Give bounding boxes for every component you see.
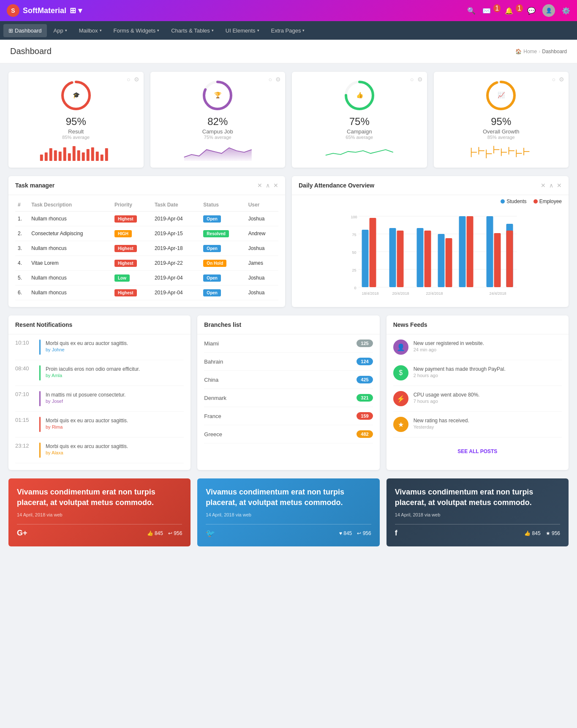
promo-shares: ↩ 956 <box>168 530 182 536</box>
svg-text:22/4/2018: 22/4/2018 <box>426 291 443 296</box>
branches-list: Miami 125 Bahrain 124 China 425 Denmark … <box>197 334 379 450</box>
circle-icon[interactable]: ○ <box>552 76 555 83</box>
notif-bar <box>39 340 41 355</box>
news-item: $ New payment has made through PayPal. 2… <box>393 360 562 386</box>
legend-students: Students <box>501 198 526 204</box>
user-avatar[interactable]: 👤 <box>542 4 555 17</box>
nav-ui[interactable]: UI Elements ▾ <box>220 24 264 37</box>
expand-icon[interactable]: ∧ <box>549 182 553 189</box>
branches-header: Branches list <box>197 315 379 334</box>
news-text: CPU usage went above 80%. <box>414 391 480 399</box>
task-manager-body: # Task Description Priority Task Date St… <box>8 198 285 307</box>
promo-stats: 👍 845 ★ 956 <box>524 530 560 536</box>
close-icon[interactable]: ✕ <box>541 182 546 189</box>
mini-chart <box>157 144 279 161</box>
stat-circle: 📈 <box>441 79 562 112</box>
gear-icon[interactable]: ⚙ <box>275 76 281 83</box>
breadcrumb-home: Home <box>523 49 537 54</box>
minimize-icon[interactable]: ✕ <box>273 182 278 189</box>
branches-card: Branches list Miami 125 Bahrain 124 Chin… <box>197 315 379 470</box>
app-menu-icon[interactable]: ⊞ ▾ <box>70 6 82 15</box>
news-feeds-list: 👤 New user registered in website. 24 min… <box>386 334 569 444</box>
top-nav-icons: 🔍 ✉️1 🔔1 💬 👤 ⚙️ <box>467 4 570 17</box>
svg-text:📈: 📈 <box>498 92 505 99</box>
svg-text:🏆: 🏆 <box>214 92 222 99</box>
nav-forms[interactable]: Forms & Widgets ▾ <box>109 24 165 37</box>
chat-icon[interactable]: 💬 <box>527 7 536 15</box>
col-desc: Task Description <box>29 198 112 212</box>
news-time: 7 hours ago <box>414 399 480 404</box>
row-priority: Low <box>112 271 152 285</box>
page-title: Dashboard <box>10 46 52 56</box>
promo-social-icon[interactable]: f <box>395 529 397 538</box>
promo-stats: ♥ 845 ↩ 956 <box>339 530 371 536</box>
notif-content: In mattis mi ut posuere consectetur. by … <box>46 391 125 404</box>
branch-name: Bahrain <box>204 359 223 365</box>
top-navigation: S SoftMaterial ⊞ ▾ 🔍 ✉️1 🔔1 💬 👤 ⚙️ <box>0 0 577 21</box>
row-desc: Nullam rhoncus <box>29 285 112 300</box>
task-manager-title: Task manager <box>15 182 54 189</box>
menu-navigation: ⊞ Dashboard App ▾ Mailbox ▾ Forms & Widg… <box>0 21 577 40</box>
task-manager-card: Task manager ✕ ∧ ✕ # Task Description Pr… <box>8 176 285 307</box>
chevron-down-icon: ▾ <box>100 28 102 33</box>
close-icon[interactable]: ✕ <box>257 182 262 189</box>
notification-item: 10:10 Morbi quis ex eu arcu auctor sagit… <box>15 334 184 360</box>
circle-icon[interactable]: ○ <box>269 76 272 83</box>
stat-card-campus-job: ○ ⚙ 🏆 82% Campus Job 75% average <box>150 72 286 168</box>
svg-text:75: 75 <box>352 233 357 237</box>
notif-content: Morbi quis ex eu arcu auctor sagittis. b… <box>46 443 128 455</box>
svg-rect-7 <box>59 152 62 161</box>
news-text: New rating has received. <box>414 417 469 424</box>
gear-icon[interactable]: ⚙ <box>559 76 564 83</box>
stat-label: Result <box>15 128 137 135</box>
nav-dashboard[interactable]: ⊞ Dashboard <box>3 24 47 37</box>
minimize-icon[interactable]: ✕ <box>557 182 562 189</box>
branch-count: 125 <box>357 340 373 347</box>
promo-date: 14 April, 2018 via web <box>17 512 182 517</box>
gear-icon[interactable]: ⚙ <box>134 76 139 83</box>
row-desc: Nullam rhoncus <box>29 212 112 226</box>
notifications-title: Resent Notifications <box>15 321 72 328</box>
attendance-header: Daily Attendance Overview ✕ ∧ ✕ <box>292 176 569 195</box>
promo-social-icon[interactable]: 🐦 <box>206 529 215 538</box>
svg-rect-6 <box>54 150 57 161</box>
nav-extra[interactable]: Extra Pages ▾ <box>266 24 310 37</box>
svg-rect-60 <box>446 238 452 287</box>
expand-icon[interactable]: ∧ <box>266 182 270 189</box>
brand-logo[interactable]: S SoftMaterial ⊞ ▾ <box>7 4 82 17</box>
stat-percentage: 75% <box>299 116 420 128</box>
svg-rect-53 <box>362 230 369 287</box>
row-date: 2019-Apr-04 <box>152 285 201 300</box>
mail-icon[interactable]: ✉️1 <box>482 7 498 15</box>
col-status: Status <box>201 198 245 212</box>
news-item: 👤 New user registered in website. 24 min… <box>393 334 562 360</box>
bell-icon[interactable]: 🔔1 <box>505 7 520 15</box>
nav-mailbox[interactable]: Mailbox ▾ <box>74 24 107 37</box>
settings-icon[interactable]: ⚙️ <box>562 7 570 15</box>
nav-charts[interactable]: Charts & Tables ▾ <box>166 24 219 37</box>
svg-rect-66 <box>506 231 513 287</box>
promo-social-icon[interactable]: G+ <box>17 529 27 538</box>
legend-employee: Employee <box>533 198 562 204</box>
card-controls: ○ ⚙ <box>269 76 281 83</box>
table-row: 4. Vitae Lorem Highest 2019-Apr-22 On Ho… <box>15 256 278 271</box>
news-time: Yesterday <box>414 424 469 429</box>
promo-text: Vivamus condimentum erat non turpis plac… <box>206 487 371 508</box>
gear-icon[interactable]: ⚙ <box>417 76 423 83</box>
circle-icon[interactable]: ○ <box>410 76 414 83</box>
card-controls: ✕ ∧ ✕ <box>257 182 278 189</box>
main-content: ○ ⚙ 🎓 95% Result 85% average <box>0 63 577 555</box>
card-controls: ○ ⚙ <box>410 76 422 83</box>
svg-rect-10 <box>73 146 76 161</box>
task-table: # Task Description Priority Task Date St… <box>15 198 278 300</box>
col-user: User <box>246 198 278 212</box>
circle-icon[interactable]: ○ <box>127 76 130 83</box>
search-icon[interactable]: 🔍 <box>467 7 476 15</box>
attendance-chart-card: Daily Attendance Overview ✕ ∧ ✕ Students… <box>292 176 569 307</box>
news-feeds-card: News Feeds 👤 New user registered in webs… <box>386 315 569 470</box>
card-controls: ○ ⚙ <box>552 76 564 83</box>
branch-name: Greece <box>204 431 222 437</box>
see-all-posts-button[interactable]: SEE ALL POSTS <box>386 444 569 459</box>
notif-author: by Rima <box>46 424 128 429</box>
nav-app[interactable]: App ▾ <box>49 24 72 37</box>
